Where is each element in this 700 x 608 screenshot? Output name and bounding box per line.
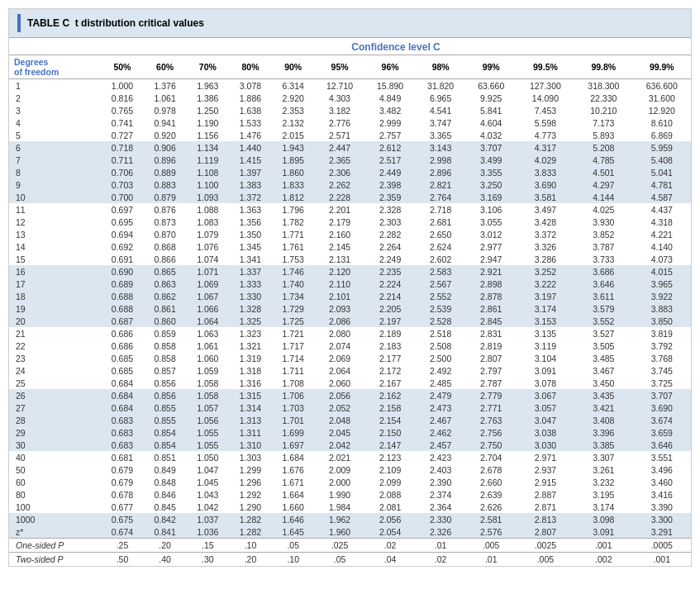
data-cell: 0.697 [101,203,144,216]
data-cell: 1.069 [186,278,229,290]
data-cell: 1.962 [315,513,365,525]
table-row: 10000.6750.8421.0371.2821.6461.9622.0562… [9,513,691,525]
data-cell: 0.978 [144,104,187,116]
data-cell: 0.685 [101,364,144,377]
data-cell: 1.323 [229,327,272,340]
data-cell: 2.807 [517,525,574,539]
data-cell: 2.021 [315,451,365,463]
data-cell: 1.356 [229,216,272,228]
data-cell: 2.567 [416,278,466,290]
footer-value: .02 [365,539,416,553]
df-value: 8 [9,166,101,178]
data-cell: 2.306 [315,166,365,178]
data-cell: 2.612 [365,141,416,154]
data-cell: 0.873 [144,216,187,228]
data-cell: 2.878 [466,290,517,302]
title-bar: TABLE C t distribution critical values [9,9,691,38]
col-80: 80% [229,55,272,79]
data-cell: 2.172 [365,364,416,377]
data-cell: 0.691 [101,253,144,265]
table-row: 1000.6770.8451.0421.2901.6601.9842.0812.… [9,501,691,513]
data-cell: 2.110 [315,278,365,290]
data-cell: 0.679 [101,463,144,476]
data-cell: 1.341 [229,253,272,265]
data-cell: 1.328 [229,302,272,315]
data-cell: 5.841 [466,104,517,116]
data-cell: 0.684 [101,377,144,389]
data-cell: 3.078 [517,377,574,389]
table-row: 300.6830.8541.0551.3101.6972.0422.1472.4… [9,439,691,451]
data-cell: 3.527 [574,327,632,340]
data-cell: 3.686 [574,265,632,278]
data-cell: 3.106 [466,203,517,216]
data-cell: 2.048 [315,414,365,426]
data-cell: 1.671 [272,476,315,488]
data-cell: 2.150 [365,426,416,439]
df-value: 80 [9,488,101,501]
data-cell: 2.015 [272,129,315,141]
data-cell: 1.066 [186,302,229,315]
data-cell: 0.906 [144,141,187,154]
data-cell: 1.319 [229,352,272,364]
data-cell: 3.307 [574,451,632,463]
data-cell: 1.060 [186,352,229,364]
data-cell: 2.390 [416,476,466,488]
data-cell: 1.397 [229,166,272,178]
data-cell: 22.330 [574,92,632,104]
data-cell: 0.741 [101,116,144,129]
data-cell: 1.782 [272,216,315,228]
footer-value: .0025 [517,539,574,553]
col-90: 90% [272,55,315,79]
data-cell: 2.971 [517,451,574,463]
data-cell: 4.032 [466,129,517,141]
data-cell: 1.717 [272,340,315,352]
data-cell: 2.000 [315,476,365,488]
data-cell: 2.109 [365,463,416,476]
table-row: 110.6970.8761.0881.3631.7962.2012.3282.7… [9,203,691,216]
data-cell: 0.703 [101,178,144,191]
data-cell: 2.330 [416,513,466,525]
data-cell: 1.960 [315,525,365,539]
data-cell: 3.195 [574,488,632,501]
table-row: 250.6840.8561.0581.3161.7082.0602.1672.4… [9,377,691,389]
table-row: 150.6910.8661.0741.3411.7532.1312.2492.6… [9,253,691,265]
data-cell: 4.144 [574,191,632,203]
footer-row: One-sided P.25.20.15.10.05.025.02.01.005… [9,539,691,553]
data-cell: 5.208 [574,141,632,154]
table-row: 100.7000.8791.0931.3721.8122.2282.3592.7… [9,191,691,203]
data-cell: 2.060 [315,377,365,389]
data-cell: 4.297 [574,178,632,191]
data-cell: 2.326 [416,525,466,539]
footer-value: .05 [272,539,315,553]
data-cell: 3.581 [517,191,574,203]
data-cell: 1.079 [186,228,229,240]
data-cell: 0.858 [144,340,187,352]
data-cell: 2.183 [365,340,416,352]
data-cell: 1.886 [229,92,272,104]
data-cell: 1.058 [186,377,229,389]
data-cell: 2.160 [315,228,365,240]
data-cell: 3.182 [315,104,365,116]
data-cell: 1.047 [186,463,229,476]
data-cell: 1.303 [229,451,272,463]
data-cell: 2.998 [416,154,466,166]
data-cell: 1.093 [186,191,229,203]
data-cell: 0.841 [144,525,187,539]
data-cell: 3.232 [574,476,632,488]
data-cell: 2.999 [365,116,416,129]
data-cell: 3.078 [229,79,272,93]
data-cell: 636.600 [633,79,691,93]
data-cell: 4.029 [517,154,574,166]
data-cell: 3.057 [517,401,574,414]
data-cell: 1.290 [229,501,272,513]
data-cell: 1.990 [315,488,365,501]
df-line1: Degrees [14,57,48,67]
data-cell: 3.745 [633,364,691,377]
data-cell: 2.681 [416,216,466,228]
data-cell: 3.428 [517,216,574,228]
table-row: 210.6860.8591.0631.3231.7212.0802.1892.5… [9,327,691,340]
data-cell: 2.042 [315,439,365,451]
data-cell: 3.505 [574,340,632,352]
data-cell: 2.069 [315,352,365,364]
data-cell: 2.359 [365,191,416,203]
